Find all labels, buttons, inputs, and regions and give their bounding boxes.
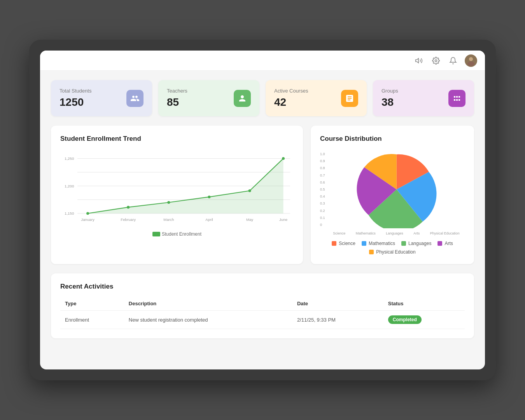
teachers-icon	[234, 90, 251, 107]
y-label-08: 0.8	[320, 166, 325, 170]
pie-legend: Science Mathematics Languages Arts	[320, 241, 465, 255]
svg-point-21	[208, 196, 210, 198]
legend-languages: Languages	[401, 241, 431, 246]
topbar	[40, 51, 485, 71]
stat-value-groups: 38	[382, 96, 398, 108]
stat-card-total-students: Total Students 1250	[51, 80, 152, 116]
activities-card: Recent Activities Type Description Date …	[51, 273, 474, 338]
stat-info-teachers: Teachers 85	[167, 88, 187, 108]
svg-text:1,200: 1,200	[65, 184, 74, 188]
svg-point-3	[467, 61, 474, 66]
y-label-03: 0.3	[320, 201, 325, 205]
x-label-arts: Arts	[413, 231, 420, 235]
y-label-0: 0	[320, 223, 325, 227]
legend-lang-label: Languages	[408, 241, 431, 246]
pie-chart-svg	[328, 150, 465, 228]
volume-icon[interactable]	[413, 55, 424, 66]
x-label-science: Science	[333, 231, 345, 235]
x-label-pe: Physical Education	[430, 231, 460, 235]
legend-arts-label: Arts	[444, 241, 453, 246]
legend-math-label: Mathematics	[369, 241, 395, 246]
row-description: New student registration completed	[124, 311, 292, 329]
stat-label-students: Total Students	[60, 88, 91, 94]
svg-text:February: February	[121, 217, 136, 222]
y-label-01: 0.1	[320, 216, 325, 220]
col-date: Date	[292, 297, 383, 311]
bell-icon[interactable]	[448, 55, 458, 66]
legend-arts-color	[438, 241, 442, 246]
legend-enrollment-label: Student Enrollment	[162, 231, 201, 237]
svg-text:1,250: 1,250	[65, 156, 74, 161]
col-type: Type	[60, 297, 124, 311]
settings-icon[interactable]	[430, 55, 441, 66]
stat-card-teachers: Teachers 85	[158, 80, 259, 116]
legend-enrollment-color	[152, 232, 160, 236]
enrollment-chart-card: Student Enrollment Trend 1,250 1,200	[51, 126, 303, 264]
y-label-07: 0.7	[320, 173, 325, 177]
svg-point-23	[282, 157, 285, 160]
svg-point-2	[469, 57, 473, 61]
avatar[interactable]	[465, 54, 477, 67]
stat-card-active-courses: Active Courses 42	[266, 80, 367, 116]
stat-label-teachers: Teachers	[167, 88, 187, 94]
line-chart-legend: Student Enrollment	[60, 231, 294, 237]
courses-icon	[341, 90, 358, 107]
row-type: Enrollment	[60, 311, 124, 329]
y-label-06: 0.6	[320, 180, 325, 184]
enrollment-chart-title: Student Enrollment Trend	[60, 135, 294, 143]
svg-marker-0	[416, 58, 419, 63]
table-header-row: Type Description Date Status	[60, 297, 465, 311]
legend-math-color	[362, 241, 366, 246]
svg-text:March: March	[163, 217, 174, 222]
svg-point-1	[435, 60, 437, 61]
svg-text:January: January	[81, 217, 94, 222]
line-chart-svg: 1,250 1,200 1,150 January February March…	[60, 150, 294, 228]
legend-science-label: Science	[339, 241, 355, 246]
x-label-math: Mathematics	[356, 231, 376, 235]
stat-info-students: Total Students 1250	[60, 88, 91, 108]
y-label-1: 1.0	[320, 152, 325, 156]
legend-pe: Physical Education	[369, 249, 415, 255]
table-body: Enrollment New student registration comp…	[60, 311, 465, 329]
table-row: Enrollment New student registration comp…	[60, 311, 465, 329]
activities-title: Recent Activities	[60, 283, 465, 290]
status-badge: Completed	[388, 315, 422, 324]
stat-value-students: 1250	[60, 96, 91, 108]
col-status: Status	[383, 297, 465, 311]
groups-icon	[448, 90, 466, 107]
col-description: Description	[124, 297, 292, 311]
stat-value-teachers: 85	[167, 96, 187, 108]
row-date: 2/11/25, 9:33 PM	[292, 311, 383, 329]
y-label-04: 0.4	[320, 194, 325, 198]
legend-pe-label: Physical Education	[376, 249, 415, 255]
stat-value-courses: 42	[274, 96, 308, 108]
distribution-chart-title: Course Distribution	[320, 135, 465, 143]
charts-row: Student Enrollment Trend 1,250 1,200	[51, 126, 474, 264]
svg-text:April: April	[205, 217, 213, 222]
svg-point-18	[86, 212, 89, 215]
pie-y-labels: 1.0 0.9 0.8 0.7 0.6 0.5 0.4 0.3 0.2 0.1 …	[320, 150, 325, 228]
x-label-lang: Languages	[386, 231, 403, 235]
row-status: Completed	[383, 311, 465, 329]
legend-science: Science	[332, 241, 355, 246]
main-content: Total Students 1250 Teachers 85	[40, 71, 485, 348]
device-frame: Total Students 1250 Teachers 85	[29, 40, 496, 380]
stat-label-courses: Active Courses	[274, 88, 308, 94]
svg-text:May: May	[246, 217, 253, 222]
svg-point-19	[127, 206, 130, 208]
y-label-09: 0.9	[320, 159, 325, 163]
table-head: Type Description Date Status	[60, 297, 465, 311]
screen: Total Students 1250 Teachers 85	[40, 51, 485, 369]
svg-text:June: June	[279, 217, 287, 222]
y-label-02: 0.2	[320, 209, 325, 213]
students-icon	[126, 90, 144, 107]
stats-row: Total Students 1250 Teachers 85	[51, 80, 474, 116]
legend-science-color	[332, 241, 336, 246]
legend-mathematics: Mathematics	[362, 241, 395, 246]
svg-point-22	[248, 189, 251, 192]
pie-chart-area: 1.0 0.9 0.8 0.7 0.6 0.5 0.4 0.3 0.2 0.1 …	[320, 150, 465, 230]
legend-lang-color	[401, 241, 406, 246]
stat-info-courses: Active Courses 42	[274, 88, 308, 108]
y-label-05: 0.5	[320, 187, 325, 191]
legend-pe-color	[369, 250, 374, 254]
